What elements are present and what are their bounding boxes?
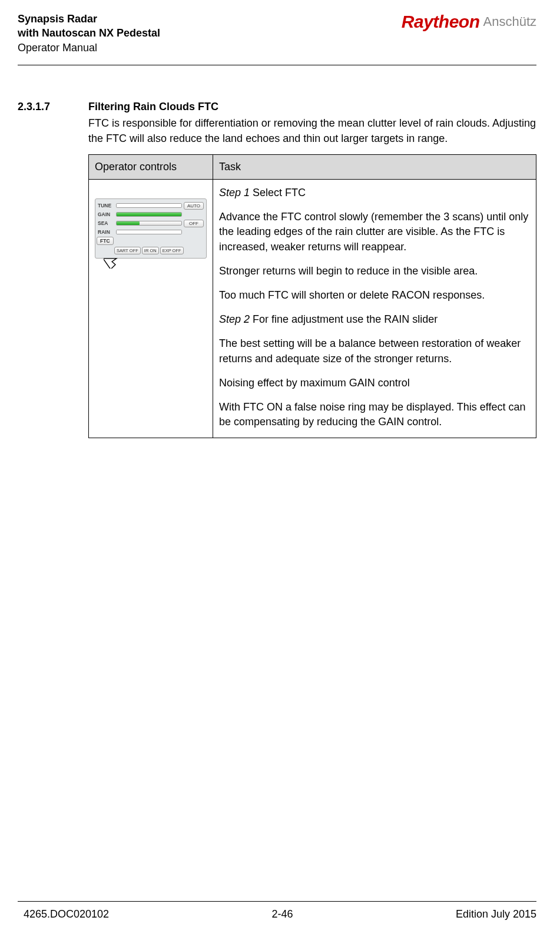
step1-rest: Select FTC — [250, 187, 306, 198]
panel-label-sea: SEA — [98, 220, 114, 226]
page-header: Synapsis Radar with Nautoscan NX Pedesta… — [18, 12, 536, 62]
section-body: FTC is responsible for differentiation o… — [88, 115, 536, 438]
task-p6: With FTC ON a false noise ring may be di… — [219, 400, 530, 429]
section-title: Filtering Rain Clouds FTC — [88, 101, 218, 113]
ftc-button[interactable]: FTC — [97, 237, 114, 245]
cursor-arrow-icon — [104, 249, 120, 269]
header-rule — [18, 65, 536, 65]
exp-off-button[interactable]: EXP OFF — [160, 247, 184, 254]
off-button[interactable]: OFF — [184, 220, 204, 227]
panel-label-tune: TUNE — [98, 203, 114, 208]
section-intro: FTC is responsible for differentiation o… — [88, 115, 536, 146]
radar-control-panel: TUNE AUTO GAIN SEA OFF — [95, 198, 207, 259]
task-p2: Stronger returns will begin to reduce in… — [219, 264, 530, 279]
task-step2: Step 2 For fine adjustment use the RAIN … — [219, 312, 530, 327]
step2-label: Step 2 — [219, 313, 250, 325]
gain-slider[interactable] — [116, 212, 182, 217]
section-number: 2.3.1.7 — [18, 101, 88, 113]
section-heading-row: 2.3.1.7 Filtering Rain Clouds FTC — [18, 101, 536, 113]
footer-doc-id: 4265.DOC020102 — [24, 908, 109, 921]
col-header-task: Task — [213, 155, 536, 180]
step2-rest: For fine adjustment use the RAIN slider — [250, 313, 438, 325]
panel-label-rain: RAIN — [98, 229, 114, 235]
page-footer: 4265.DOC020102 2-46 Edition July 2015 — [24, 908, 536, 921]
doc-title-line2: with Nautoscan NX Pedestal — [18, 26, 160, 40]
tune-slider[interactable] — [116, 203, 182, 208]
task-p5: Noising effect by maximum GAIN control — [219, 376, 530, 390]
panel-label-gain: GAIN — [98, 211, 114, 217]
procedure-table: Operator controls Task TUNE AUTO GAIN — [88, 154, 536, 438]
doc-title-block: Synapsis Radar with Nautoscan NX Pedesta… — [18, 12, 160, 55]
doc-title-line3: Operator Manual — [18, 41, 160, 55]
logo-block: Raytheon Anschütz — [402, 12, 536, 32]
task-p1: Advance the FTC control slowly (remember… — [219, 210, 530, 254]
sea-slider[interactable] — [116, 221, 182, 226]
operator-controls-cell: TUNE AUTO GAIN SEA OFF — [89, 180, 213, 438]
task-p3: Too much FTC will shorten or delete RACO… — [219, 288, 530, 303]
raytheon-logo: Raytheon — [402, 12, 480, 32]
footer-edition: Edition July 2015 — [456, 908, 536, 921]
col-header-operator-controls: Operator controls — [89, 155, 213, 180]
footer-rule — [18, 901, 536, 902]
task-p4: The best setting will be a balance betwe… — [219, 336, 530, 366]
task-step1: Step 1 Select FTC — [219, 186, 530, 200]
anschutz-logo: Anschütz — [483, 14, 537, 29]
step1-label: Step 1 — [219, 187, 250, 198]
ir-on-button[interactable]: IR ON — [142, 247, 159, 254]
doc-title-line1: Synapsis Radar — [18, 12, 160, 26]
rain-slider[interactable] — [116, 230, 182, 234]
svg-marker-0 — [104, 252, 120, 269]
auto-button[interactable]: AUTO — [184, 202, 204, 210]
footer-page-number: 2-46 — [271, 908, 293, 921]
task-cell: Step 1 Select FTC Advance the FTC contro… — [213, 180, 536, 438]
